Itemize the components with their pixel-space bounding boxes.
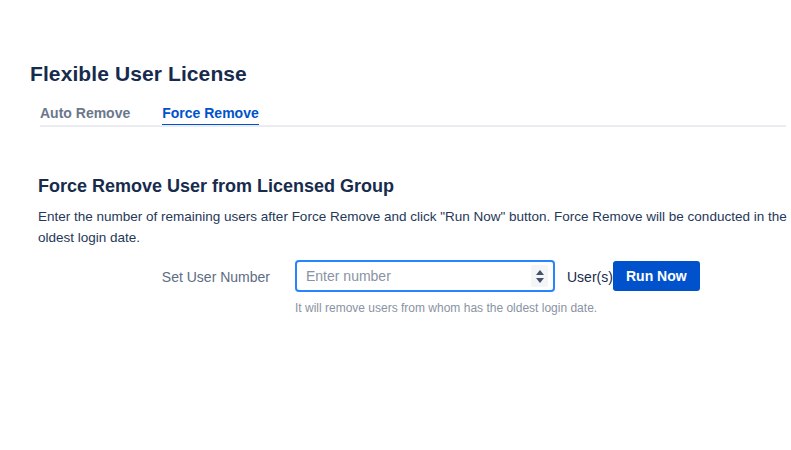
run-now-button[interactable]: Run Now	[613, 261, 700, 291]
section-heading: Force Remove User from Licensed Group	[38, 176, 394, 197]
page-title: Flexible User License	[30, 62, 247, 86]
stepper-up-icon[interactable]	[536, 270, 544, 275]
tab-force-remove[interactable]: Force Remove	[162, 105, 258, 127]
set-user-number-label: Set User Number	[158, 269, 270, 285]
unit-label: User(s)	[567, 269, 613, 285]
description-line-2: oldest login date.	[38, 227, 787, 248]
tab-auto-remove[interactable]: Auto Remove	[40, 105, 130, 127]
user-number-input[interactable]	[297, 262, 553, 290]
tab-divider	[40, 125, 786, 127]
stepper-down-icon[interactable]	[536, 278, 544, 283]
helper-text: It will remove users from whom has the o…	[295, 301, 597, 315]
section-description: Enter the number of remaining users afte…	[38, 206, 787, 248]
user-number-field[interactable]	[295, 260, 555, 292]
description-line-1: Enter the number of remaining users afte…	[38, 206, 787, 227]
tab-bar: Auto Remove Force Remove	[40, 105, 259, 127]
number-stepper[interactable]	[531, 265, 548, 287]
